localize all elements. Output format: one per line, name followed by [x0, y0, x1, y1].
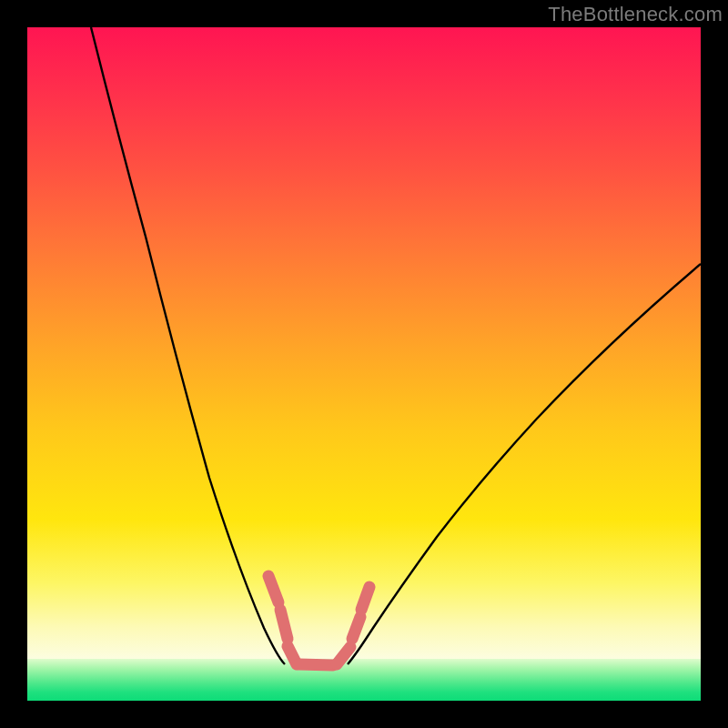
chart-frame: TheBottleneck.com	[0, 0, 728, 728]
marker-seg	[280, 610, 288, 639]
marker-seg	[361, 587, 369, 610]
watermark-text: TheBottleneck.com	[548, 3, 723, 26]
left-curve	[91, 27, 285, 664]
marker-seg	[268, 576, 278, 602]
plot-area	[27, 27, 701, 701]
chart-svg	[27, 27, 701, 701]
bottleneck-markers	[268, 576, 369, 665]
marker-seg	[337, 647, 350, 664]
right-curve	[348, 264, 701, 664]
marker-seg	[352, 617, 360, 639]
marker-seg	[298, 664, 333, 665]
